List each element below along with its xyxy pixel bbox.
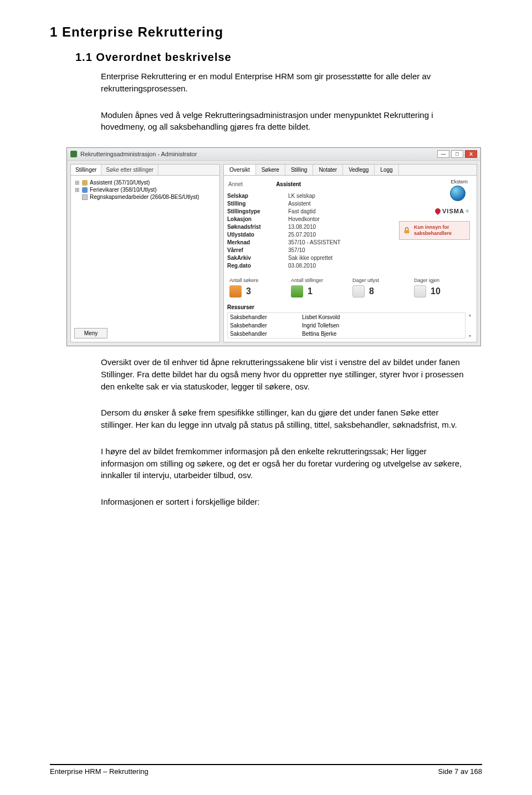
titlebar: Rekrutteringsadministrasjon - Administra… <box>67 148 480 161</box>
overview-title: Assistent <box>276 181 301 187</box>
field-value: 13.08.2010 <box>288 224 377 230</box>
left-pane: Stillinger Søke etter stillinger ⊞ Assis… <box>70 164 220 342</box>
calendar-icon <box>414 285 426 298</box>
calendar-icon <box>352 285 365 298</box>
blank-icon <box>74 194 80 200</box>
field-key: Merknad <box>227 239 288 245</box>
annet-label: Annet <box>228 181 243 187</box>
name-cell: Ingrid Tollefsen <box>302 322 463 329</box>
ressurser-label: Ressurser <box>227 304 473 310</box>
field-key: Lokasjon <box>227 216 288 222</box>
tab-logg[interactable]: Logg <box>375 165 398 175</box>
field-value: 357/10 - ASSISTENT <box>288 239 377 245</box>
puzzle-icon <box>291 285 303 298</box>
stat-value: 3 <box>246 286 251 296</box>
role-cell: Saksbehandler <box>230 314 302 320</box>
app-window: Rekrutteringsadministrasjon - Administra… <box>66 147 481 346</box>
app-icon <box>70 151 77 157</box>
name-cell: Bettina Bjerke <box>302 331 463 337</box>
field-value: Assistent <box>288 201 377 207</box>
tree-item-label: Ferievikarer (358/10/Utlyst) <box>90 187 157 193</box>
table-row[interactable]: Saksbehandler Ingrid Tollefsen <box>228 321 465 330</box>
field-key: Selskap <box>227 193 288 199</box>
stillinger-tree: ⊞ Assistent (357/10/Utlyst) ⊞ Ferievikar… <box>71 176 219 325</box>
table-row[interactable]: Saksbehandler Bettina Bjerke <box>228 330 465 338</box>
stat-value: 1 <box>308 286 313 296</box>
scroll-up-icon[interactable]: ▴ <box>467 312 473 317</box>
tab-notater[interactable]: Notater <box>313 165 343 175</box>
table-row[interactable]: Saksbehandler Lisbet Korsvold <box>228 313 465 321</box>
minimize-button[interactable]: — <box>437 150 449 158</box>
globe-icon[interactable] <box>450 186 466 201</box>
ressurser-table: Saksbehandler Lisbet Korsvold Saksbehand… <box>227 312 466 338</box>
tab-sokere[interactable]: Søkere <box>256 165 285 175</box>
role-cell: Saksbehandler <box>230 331 302 337</box>
tree-item[interactable]: ⊞ Ferievikarer (358/10/Utlyst) <box>74 186 216 193</box>
visma-icon <box>434 207 442 215</box>
field-key: Stilling <box>227 201 288 207</box>
tab-stilling[interactable]: Stilling <box>285 165 313 175</box>
ekstern-label: Ekstern <box>450 179 468 184</box>
field-value: Sak ikke opprettet <box>288 255 377 261</box>
stat-label: Antall søkere <box>229 278 287 283</box>
tab-stillinger[interactable]: Stillinger <box>71 165 101 175</box>
paragraph-1: Enterprise Rekruttering er en modul Ente… <box>101 70 467 95</box>
page-footer: Enterprise HRM – Rekruttering Side 7 av … <box>50 764 482 776</box>
paragraph-2: Modulen åpnes ved å velge Rekrutteringsa… <box>101 109 467 134</box>
tree-item[interactable]: ⊞ Assistent (357/10/Utlyst) <box>74 179 216 186</box>
stat-value: 10 <box>431 286 441 296</box>
paragraph-6: Informasjonen er sortert i forskjellige … <box>101 496 467 508</box>
window-title: Rekrutteringsadministrasjon - Administra… <box>80 151 434 157</box>
field-key: Stillingstype <box>227 208 288 214</box>
tree-item-label: Assistent (357/10/Utlyst) <box>90 179 150 186</box>
field-key: Reg.dato <box>227 263 288 269</box>
visma-logo: VISMA ® <box>435 208 469 214</box>
svg-rect-0 <box>405 230 410 233</box>
expand-icon[interactable]: ⊞ <box>74 179 80 186</box>
field-key: SakArkiv <box>227 255 288 261</box>
document-icon <box>82 194 88 200</box>
tree-item[interactable]: Regnskapsmedarbeider (266/08-BES/Utlyst) <box>74 193 216 201</box>
paragraph-3: Oversikt over de til enhver tid åpne rek… <box>101 356 467 392</box>
people-icon <box>229 285 242 298</box>
tab-soke-etter[interactable]: Søke etter stillinger <box>101 165 158 175</box>
people-icon <box>82 187 88 193</box>
field-key: Vårref <box>227 247 288 253</box>
tab-vedlegg[interactable]: Vedlegg <box>343 165 375 175</box>
lock-icon <box>403 227 411 234</box>
stats-row: Antall søkere 3 Antall stillinger 1 Dage… <box>227 278 473 298</box>
field-value: 25.07.2010 <box>288 232 377 238</box>
field-value: Hovedkontor <box>288 216 377 222</box>
close-button[interactable]: X <box>465 150 477 158</box>
stat-label: Dager igjen <box>414 278 471 283</box>
person-icon <box>82 180 88 186</box>
field-value: Fast dagtid <box>288 208 377 214</box>
registered-icon: ® <box>466 209 469 213</box>
maximize-button[interactable]: □ <box>451 150 463 158</box>
footer-left: Enterprise HRM – Rekruttering <box>50 767 149 776</box>
role-cell: Saksbehandler <box>230 322 302 329</box>
tab-oversikt[interactable]: Oversikt <box>224 165 256 175</box>
overview-grid: Selskap LK selskap Stilling Assistent St… <box>227 193 396 269</box>
restricted-notice: Kun innsyn for saksbehandlere <box>399 221 470 240</box>
right-pane: Oversikt Søkere Stilling Notater Vedlegg… <box>223 164 477 342</box>
paragraph-5: I høyre del av bildet fremkommer informa… <box>101 445 467 481</box>
expand-icon[interactable]: ⊞ <box>74 187 80 193</box>
restricted-text: Kun innsyn for saksbehandlere <box>414 224 466 237</box>
name-cell: Lisbet Korsvold <box>302 314 463 320</box>
visma-text: VISMA <box>442 208 464 214</box>
stat-label: Dager utlyst <box>352 278 410 283</box>
meny-button[interactable]: Meny <box>74 328 108 338</box>
footer-right: Side 7 av 168 <box>438 767 482 776</box>
heading-1: 1 Enterprise Rekruttering <box>50 24 482 40</box>
stat-value: 8 <box>369 286 374 296</box>
scroll-down-icon[interactable]: ▾ <box>467 334 473 338</box>
field-key: Søknadsfrist <box>227 224 288 230</box>
tree-item-label: Regnskapsmedarbeider (266/08-BES/Utlyst) <box>90 194 199 200</box>
field-value: LK selskap <box>288 193 377 199</box>
heading-2: 1.1 Overordnet beskrivelse <box>75 51 482 64</box>
field-value: 357/10 <box>288 247 377 253</box>
paragraph-4: Dersom du ønsker å søke frem spesifikke … <box>101 407 467 431</box>
field-value: 03.08.2010 <box>288 263 377 269</box>
stat-label: Antall stillinger <box>291 278 348 283</box>
